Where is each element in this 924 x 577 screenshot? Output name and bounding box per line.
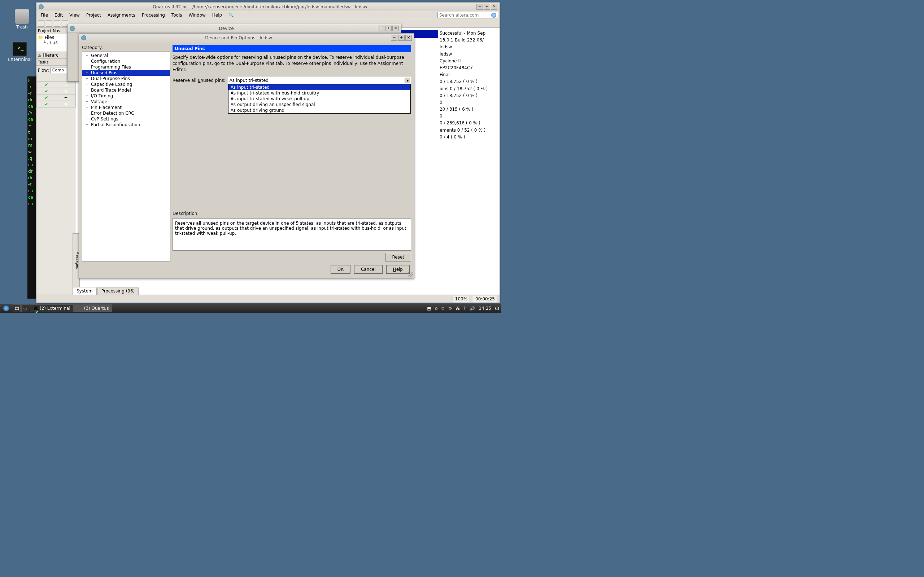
bluetooth-icon[interactable]: ᚼ bbox=[464, 306, 466, 311]
option-0[interactable]: As input tri-stated bbox=[228, 84, 410, 90]
device-maximize-button[interactable]: + bbox=[385, 26, 392, 31]
category-configuration[interactable]: Configuration bbox=[82, 58, 170, 64]
summary-row: ledsw bbox=[439, 44, 498, 50]
option-4[interactable]: As output driving ground bbox=[228, 108, 410, 113]
summary-row: Final bbox=[439, 71, 498, 78]
option-1[interactable]: As input tri-stated with bus-hold circui… bbox=[228, 90, 410, 96]
menu-tools[interactable]: Tools bbox=[168, 12, 185, 18]
summary-row: Cyclone II bbox=[439, 58, 498, 64]
terminal-icon bbox=[33, 306, 38, 311]
maximize-button[interactable]: + bbox=[484, 4, 490, 10]
tab-system[interactable]: System bbox=[73, 287, 97, 295]
save-icon[interactable] bbox=[54, 20, 60, 27]
tray-icon[interactable]: ⬒ bbox=[427, 306, 431, 311]
summary-row: 0 bbox=[439, 113, 498, 120]
quartus-app-icon bbox=[39, 4, 44, 10]
device-close-button[interactable]: × bbox=[393, 26, 399, 31]
reset-button[interactable]: Reset bbox=[385, 253, 411, 261]
tray-icon[interactable]: ⎋ bbox=[435, 306, 438, 311]
open-file-icon[interactable] bbox=[46, 20, 52, 27]
dpo-maximize-button[interactable]: + bbox=[398, 35, 405, 41]
files-root: Files bbox=[45, 35, 54, 40]
device-pin-options-dialog: Device and Pin Options - ledsw − + × Cat… bbox=[79, 33, 414, 279]
lxterminal-icon[interactable]: LXTerminal bbox=[7, 42, 32, 62]
menu-assignments[interactable]: Assignments bbox=[105, 12, 138, 18]
tray-icon[interactable]: ⚙ bbox=[448, 306, 452, 311]
menu-view[interactable]: View bbox=[66, 12, 82, 18]
category-partial-reconfiguration[interactable]: Partial Reconfiguration bbox=[82, 122, 170, 128]
device-icon bbox=[69, 26, 75, 31]
category-general[interactable]: General bbox=[82, 53, 170, 58]
category-list[interactable]: GeneralConfigurationProgramming FilesUnu… bbox=[82, 52, 170, 261]
menu-window[interactable]: Window bbox=[186, 12, 208, 18]
show-desktop[interactable]: ▭ bbox=[21, 305, 29, 312]
taskbar-item-quartus[interactable]: (3) Quartus bbox=[74, 305, 112, 312]
device-title: Device bbox=[77, 26, 376, 31]
volume-icon[interactable]: 🔊 bbox=[470, 306, 475, 311]
menu-edit[interactable]: Edit bbox=[52, 12, 66, 18]
search-icon[interactable]: 🔍 bbox=[228, 13, 234, 18]
device-minimize-button[interactable]: − bbox=[378, 26, 384, 31]
category-i-o-timing[interactable]: I/O Timing bbox=[82, 93, 170, 99]
intro-text: Specify device-wide options for reservin… bbox=[173, 55, 411, 73]
quartus-title: Quartus II 32-bit - /home/caeuser/projec… bbox=[46, 4, 474, 10]
option-2[interactable]: As input tri-stated with weak pull-up bbox=[228, 96, 410, 102]
shutdown-icon[interactable]: ⏻ bbox=[495, 306, 499, 311]
start-icon bbox=[3, 305, 9, 311]
category-unused-pins[interactable]: Unused Pins bbox=[82, 70, 170, 76]
status-time: 00:00:25 bbox=[473, 296, 498, 302]
summary-row: ions 0 / 18,752 ( 0 % ) bbox=[439, 85, 498, 92]
dpo-title: Device and Pin Options - ledsw bbox=[89, 35, 389, 40]
minimize-button[interactable]: − bbox=[477, 4, 483, 10]
trash-icon[interactable]: Trash bbox=[10, 10, 35, 29]
category-capacitive-loading[interactable]: Capacitive Loading bbox=[82, 82, 170, 87]
reserve-pins-label: Reserve all unused pins: bbox=[173, 78, 226, 83]
flow-label: Flow: bbox=[38, 68, 49, 73]
trash-label: Trash bbox=[10, 24, 35, 29]
start-menu[interactable] bbox=[0, 305, 12, 312]
category-pin-placement[interactable]: Pin Placement bbox=[82, 105, 170, 110]
dpo-minimize-button[interactable]: − bbox=[391, 35, 397, 41]
status-percent: 100% bbox=[452, 296, 470, 302]
category-programming-files[interactable]: Programming Files bbox=[82, 64, 170, 70]
new-file-icon[interactable] bbox=[38, 20, 44, 27]
quartus-titlebar[interactable]: Quartus II 32-bit - /home/caeuser/projec… bbox=[36, 3, 499, 11]
lxterminal-label: LXTerminal bbox=[7, 57, 32, 62]
tray-icon[interactable]: ↯ bbox=[441, 306, 445, 311]
cancel-button[interactable]: Cancel bbox=[354, 265, 383, 274]
taskbar-item-lxterminal[interactable]: (2) Lxterminal bbox=[30, 305, 74, 312]
menu-file[interactable]: File bbox=[38, 12, 51, 18]
dpo-icon bbox=[81, 35, 86, 40]
search-input[interactable] bbox=[439, 13, 490, 18]
menu-processing[interactable]: Processing bbox=[139, 12, 168, 18]
ok-button[interactable]: OK bbox=[331, 265, 351, 274]
summary-row: 13.0.1 Build 232 06/ bbox=[439, 37, 498, 44]
flow-summary: Successful - Mon Sep13.0.1 Build 232 06/… bbox=[439, 30, 498, 280]
chevron-down-icon[interactable]: ▾ bbox=[405, 77, 410, 83]
summary-row: 0 bbox=[439, 99, 498, 106]
category-error-detection-crc[interactable]: Error Detection CRC bbox=[82, 110, 170, 116]
background-terminal: Fi-r-rdr ca/hca+ t inm.w..qca drdr-r cac… bbox=[27, 76, 36, 298]
files-child[interactable]: ../../s bbox=[47, 40, 58, 45]
summary-row: 0 / 18,752 ( 0 % ) bbox=[439, 78, 498, 85]
reserve-pins-combo[interactable]: As input tri-stated ▾ As input tri-state… bbox=[228, 77, 411, 84]
menu-project[interactable]: Project bbox=[83, 12, 104, 18]
option-3[interactable]: As output driving an unspecified signal bbox=[228, 102, 410, 108]
menu-help[interactable]: Help bbox=[209, 12, 225, 18]
category-board-trace-model[interactable]: Board Trace Model bbox=[82, 87, 170, 93]
search-box[interactable] bbox=[438, 12, 498, 18]
reserve-pins-value: As input tri-stated bbox=[229, 78, 268, 83]
section-header: Unused Pins bbox=[173, 45, 411, 52]
close-button[interactable]: × bbox=[491, 4, 498, 10]
clock[interactable]: 14:25 bbox=[478, 306, 491, 311]
category-voltage[interactable]: Voltage bbox=[82, 99, 170, 105]
dpo-close-button[interactable]: × bbox=[405, 35, 412, 41]
reserve-pins-dropdown[interactable]: As input tri-statedAs input tri-stated w… bbox=[228, 84, 411, 114]
category-cvp-settings[interactable]: CvP Settings bbox=[82, 116, 170, 122]
file-manager-launcher[interactable]: 🗔 bbox=[13, 305, 21, 312]
tab-processing[interactable]: Processing (96) bbox=[97, 287, 139, 295]
resize-grip[interactable] bbox=[408, 272, 413, 277]
help-button[interactable]: Help bbox=[386, 265, 410, 274]
category-dual-purpose-pins[interactable]: Dual-Purpose Pins bbox=[82, 76, 170, 82]
network-icon[interactable]: 🖧 bbox=[456, 306, 460, 311]
